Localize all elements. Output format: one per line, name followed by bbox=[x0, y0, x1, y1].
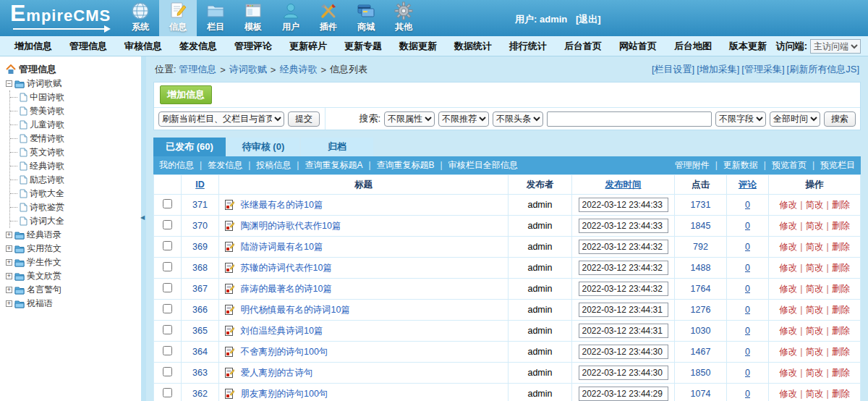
nav-system[interactable]: 系统 bbox=[122, 0, 159, 36]
access-select[interactable]: 主访问端 bbox=[810, 39, 861, 54]
tree-item[interactable]: 诗词大全 bbox=[10, 214, 141, 228]
nav-info[interactable]: 信息 bbox=[159, 0, 197, 36]
action-bar-link[interactable]: 签发信息 bbox=[208, 159, 256, 172]
subnav-item[interactable]: 管理评论 bbox=[226, 40, 281, 53]
attribute-select[interactable]: 不限属性 bbox=[384, 111, 435, 127]
tree-item[interactable]: 英文诗歌 bbox=[10, 145, 141, 159]
breadcrumb-link-category[interactable]: 诗词歌赋 bbox=[229, 63, 267, 76]
row-checkbox[interactable] bbox=[163, 241, 172, 250]
row-title-link[interactable]: 张继最有名的诗10篇 bbox=[240, 200, 323, 210]
edit-link[interactable]: 修改 bbox=[779, 305, 797, 315]
quick-edit-link[interactable]: 简改 bbox=[806, 263, 824, 273]
row-title-link[interactable]: 爱人离别的古诗句 bbox=[240, 368, 312, 378]
row-time-input[interactable] bbox=[579, 219, 668, 233]
row-time-input[interactable] bbox=[579, 198, 668, 212]
tree-item[interactable]: 诗歌大全 bbox=[10, 187, 141, 200]
row-time-input[interactable] bbox=[579, 387, 668, 401]
subnav-item[interactable]: 更新专题 bbox=[336, 40, 391, 53]
row-comments-link[interactable]: 0 bbox=[745, 221, 750, 231]
collapse-box-icon[interactable]: − bbox=[6, 80, 12, 87]
action-bar-link[interactable]: 预览栏目 bbox=[820, 159, 855, 172]
row-title-link[interactable]: 苏辙的诗词代表作10篇 bbox=[240, 263, 331, 273]
expand-box-icon[interactable]: + bbox=[6, 287, 12, 293]
subnav-item[interactable]: 增加信息 bbox=[6, 40, 61, 53]
breadcrumb-action-link[interactable]: [管理采集] bbox=[741, 63, 784, 76]
row-time-input[interactable] bbox=[579, 303, 668, 317]
row-checkbox[interactable] bbox=[163, 388, 172, 397]
row-comments-link[interactable]: 0 bbox=[745, 326, 750, 336]
nav-column[interactable]: 栏目 bbox=[197, 0, 234, 36]
row-title-link[interactable]: 薛涛的最著名的诗10篇 bbox=[240, 284, 331, 294]
quick-edit-link[interactable]: 简改 bbox=[806, 221, 824, 231]
row-checkbox[interactable] bbox=[163, 199, 172, 208]
row-comments-link[interactable]: 0 bbox=[745, 263, 750, 273]
row-time-input[interactable] bbox=[579, 240, 668, 254]
breadcrumb-link-manage[interactable]: 管理信息 bbox=[179, 63, 216, 76]
subnav-item[interactable]: 版本更新 bbox=[720, 40, 775, 53]
row-time-input[interactable] bbox=[579, 282, 668, 296]
row-title-link[interactable]: 不舍离别的诗句100句 bbox=[240, 347, 328, 357]
subnav-item[interactable]: 更新碎片 bbox=[281, 40, 336, 53]
subnav-item[interactable]: 管理信息 bbox=[61, 40, 116, 53]
quick-edit-link[interactable]: 简改 bbox=[806, 347, 824, 357]
breadcrumb-action-link[interactable]: [增加采集] bbox=[697, 63, 739, 76]
delete-link[interactable]: 删除 bbox=[832, 242, 850, 252]
subnav-item[interactable]: 网站首页 bbox=[610, 40, 665, 53]
action-bar-link[interactable]: 我的信息 bbox=[159, 159, 208, 172]
quick-edit-link[interactable]: 简改 bbox=[806, 200, 824, 210]
delete-link[interactable]: 删除 bbox=[832, 347, 850, 357]
delete-link[interactable]: 删除 bbox=[832, 200, 850, 210]
nav-mall[interactable]: 商城 bbox=[347, 0, 385, 36]
row-time-input[interactable] bbox=[579, 345, 668, 359]
expand-box-icon[interactable]: + bbox=[6, 245, 12, 252]
action-bar-link[interactable]: 更新数据 bbox=[723, 159, 772, 172]
edit-link[interactable]: 修改 bbox=[779, 368, 797, 378]
tree-item[interactable]: 励志诗歌 bbox=[10, 173, 141, 187]
delete-link[interactable]: 删除 bbox=[832, 326, 850, 336]
delete-link[interactable]: 删除 bbox=[832, 221, 850, 231]
subnav-item[interactable]: 数据更新 bbox=[391, 40, 446, 53]
row-title-link[interactable]: 陆游诗词最有名10篇 bbox=[240, 242, 323, 252]
sidebar-collapse-arrow-icon[interactable]: ◀ bbox=[140, 214, 145, 221]
action-bar-link[interactable]: 投稿信息 bbox=[256, 159, 305, 172]
tree-root-poetry[interactable]: − 诗词歌赋 bbox=[6, 77, 141, 90]
row-title-link[interactable]: 刘伯温经典诗词10篇 bbox=[240, 326, 323, 336]
breadcrumb-link-subcategory[interactable]: 经典诗歌 bbox=[279, 63, 317, 76]
tree-item[interactable]: 经典诗歌 bbox=[10, 159, 141, 173]
tab-archive[interactable]: 归档 bbox=[301, 138, 373, 156]
submit-button[interactable]: 提交 bbox=[288, 111, 320, 127]
quick-edit-link[interactable]: 简改 bbox=[806, 368, 824, 378]
tree-root-item[interactable]: + 名言警句 bbox=[6, 283, 141, 297]
row-comments-link[interactable]: 0 bbox=[745, 389, 750, 399]
edit-link[interactable]: 修改 bbox=[779, 242, 797, 252]
nav-plugin[interactable]: 插件 bbox=[310, 0, 347, 36]
delete-link[interactable]: 删除 bbox=[832, 263, 850, 273]
edit-link[interactable]: 修改 bbox=[779, 200, 797, 210]
edit-link[interactable]: 修改 bbox=[779, 221, 797, 231]
row-checkbox[interactable] bbox=[163, 220, 172, 229]
time-select[interactable]: 全部时间 bbox=[770, 111, 820, 127]
nav-template[interactable]: 模板 bbox=[234, 0, 272, 36]
edit-link[interactable]: 修改 bbox=[779, 284, 797, 294]
search-button[interactable]: 搜索 bbox=[824, 111, 856, 127]
row-checkbox[interactable] bbox=[163, 304, 172, 313]
quick-edit-link[interactable]: 简改 bbox=[806, 305, 824, 315]
headline-select[interactable]: 不限头条 bbox=[493, 111, 543, 127]
expand-box-icon[interactable]: + bbox=[6, 300, 12, 307]
row-title-link[interactable]: 陶渊明的诗歌代表作10篇 bbox=[240, 221, 341, 231]
header-time[interactable]: 发布时间 bbox=[605, 180, 642, 190]
edit-link[interactable]: 修改 bbox=[779, 347, 797, 357]
delete-link[interactable]: 删除 bbox=[832, 368, 850, 378]
row-checkbox[interactable] bbox=[163, 367, 172, 376]
row-comments-link[interactable]: 0 bbox=[745, 284, 750, 294]
breadcrumb-action-link[interactable]: [栏目设置] bbox=[652, 63, 694, 76]
delete-link[interactable]: 删除 bbox=[832, 305, 850, 315]
row-comments-link[interactable]: 0 bbox=[745, 347, 750, 357]
expand-box-icon[interactable]: + bbox=[6, 273, 12, 279]
breadcrumb-action-link[interactable]: [刷新所有信息JS] bbox=[787, 63, 859, 76]
row-comments-link[interactable]: 0 bbox=[745, 368, 750, 378]
quick-edit-link[interactable]: 简改 bbox=[806, 284, 824, 294]
row-title-link[interactable]: 朋友离别的诗句100句 bbox=[240, 389, 328, 399]
nav-other[interactable]: 其他 bbox=[385, 0, 422, 36]
tree-root-item[interactable]: + 学生作文 bbox=[6, 256, 141, 269]
